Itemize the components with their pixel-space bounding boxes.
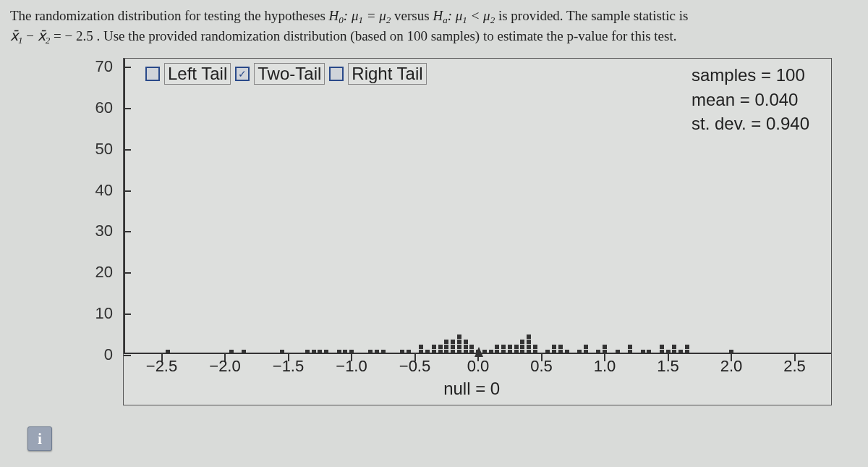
data-dot	[469, 345, 474, 349]
data-dot	[343, 350, 347, 354]
q-part: The randomization distribution for testi…	[10, 8, 329, 23]
data-dot	[444, 340, 448, 344]
data-dot	[419, 350, 423, 354]
data-dot	[501, 350, 506, 354]
data-dot	[318, 350, 322, 354]
data-dot	[438, 345, 443, 349]
y-tick-mark	[124, 108, 131, 109]
data-dot	[482, 350, 487, 354]
data-dot	[489, 350, 493, 354]
data-dot	[444, 345, 448, 349]
data-dot	[324, 350, 328, 354]
data-dot	[527, 350, 531, 354]
data-dot	[457, 335, 461, 339]
q-part: =	[54, 28, 64, 43]
y-tick-mark	[124, 355, 131, 356]
data-dot	[495, 350, 499, 354]
data-dot	[508, 345, 512, 349]
data-dot	[166, 350, 170, 354]
data-dot	[464, 345, 468, 349]
data-dot	[514, 345, 519, 349]
x-tick-label: 1.0	[594, 357, 616, 376]
data-dot	[533, 350, 537, 354]
q-minus: −	[26, 28, 37, 43]
y-tick-label: 30	[95, 222, 113, 240]
data-dot	[584, 350, 588, 354]
data-dot	[552, 350, 556, 354]
data-dot	[533, 345, 537, 349]
data-dot	[603, 350, 607, 354]
data-dot	[660, 345, 664, 349]
data-dot	[628, 345, 632, 349]
data-dot	[527, 345, 531, 349]
data-dot	[666, 350, 671, 354]
data-dot	[603, 345, 607, 349]
data-dot	[400, 350, 404, 354]
data-dot	[407, 350, 411, 354]
x-tick-label: −1.5	[273, 357, 304, 376]
data-dot	[527, 335, 531, 339]
data-dot	[451, 340, 455, 344]
y-tick-label: 40	[95, 181, 113, 200]
data-dot	[641, 350, 645, 354]
data-dot	[280, 350, 284, 354]
data-dot	[558, 345, 563, 349]
data-dot	[520, 345, 524, 349]
data-dot	[337, 350, 341, 354]
data-dot	[678, 350, 683, 354]
data-dot	[514, 350, 519, 354]
x-tick-label: 0.0	[467, 357, 490, 376]
y-tick-label: 50	[95, 140, 113, 159]
data-dot	[501, 345, 506, 349]
data-dot	[685, 345, 689, 349]
data-dot	[457, 340, 461, 344]
x-tick-label: −2.5	[146, 357, 177, 376]
data-dot	[229, 350, 234, 354]
sample-stat: − 2.5	[64, 28, 93, 43]
data-dot	[616, 350, 620, 354]
x-tick-label: 0.5	[530, 357, 553, 376]
x-tick-label: 2.0	[720, 357, 743, 376]
x-tick-label: −1.0	[336, 357, 367, 376]
data-dot	[368, 350, 373, 354]
data-dot	[438, 350, 443, 354]
data-dot	[647, 350, 651, 354]
q-part: versus	[394, 8, 433, 23]
data-dot	[672, 345, 676, 349]
null-label: null = 0	[443, 379, 500, 399]
data-dot	[451, 350, 455, 354]
data-dot	[660, 350, 664, 354]
x-tick-label: −0.5	[399, 357, 430, 376]
info-icon: i	[38, 431, 42, 447]
data-dot	[432, 350, 436, 354]
y-tick-mark	[124, 67, 131, 68]
data-dot	[425, 350, 430, 354]
data-dot	[628, 350, 632, 354]
data-dot	[312, 350, 316, 354]
data-dot	[495, 345, 499, 349]
data-dot	[520, 340, 524, 344]
x-tick-label: 1.5	[657, 357, 679, 376]
data-dot	[685, 350, 689, 354]
data-dot	[469, 350, 474, 354]
data-dot	[419, 345, 423, 349]
chart-panel: Left Tail Two-Tail Right Tail samples = …	[123, 58, 832, 405]
y-tick-mark	[124, 272, 131, 274]
data-dot	[432, 345, 436, 349]
data-dot	[596, 350, 600, 354]
xbar2: x̄2	[38, 28, 51, 43]
y-tick-mark	[124, 231, 131, 232]
info-button[interactable]: i	[27, 426, 52, 451]
y-tick-label: 10	[95, 304, 113, 323]
data-dot	[729, 350, 733, 354]
y-axis-labels: 010203040506070	[80, 58, 116, 405]
data-dot	[476, 350, 480, 354]
h0: H0: μ1 = μ2	[329, 8, 391, 23]
data-dot	[242, 350, 246, 354]
y-tick-label: 20	[95, 263, 113, 282]
data-dot	[305, 350, 310, 354]
ha: Ha: μ1 < μ2	[433, 8, 495, 23]
data-dot	[672, 350, 676, 354]
data-dot	[457, 345, 461, 349]
data-dot	[527, 340, 531, 344]
